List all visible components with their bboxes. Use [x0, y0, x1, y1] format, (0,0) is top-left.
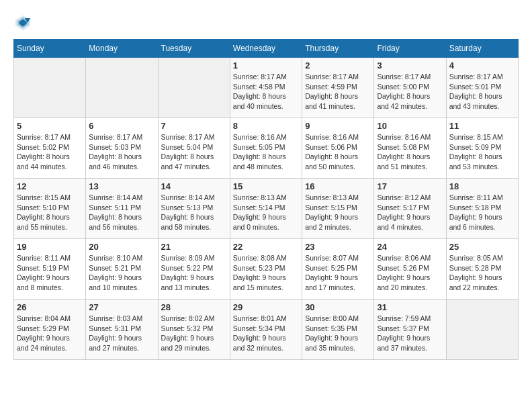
calendar-cell: 9Sunrise: 8:16 AMSunset: 5:06 PMDaylight… [302, 118, 374, 179]
day-number: 5 [17, 121, 83, 131]
day-number: 9 [305, 121, 371, 131]
day-info: Sunrise: 8:12 AMSunset: 5:17 PMDaylight:… [377, 193, 443, 232]
day-info: Sunrise: 8:15 AMSunset: 5:10 PMDaylight:… [17, 193, 83, 232]
week-row-3: 12Sunrise: 8:15 AMSunset: 5:10 PMDayligh… [14, 179, 519, 239]
day-info: Sunrise: 8:17 AMSunset: 5:02 PMDaylight:… [17, 132, 83, 172]
header-row: SundayMondayTuesdayWednesdayThursdayFrid… [14, 40, 519, 58]
day-info: Sunrise: 8:00 AMSunset: 5:35 PMDaylight:… [305, 314, 371, 353]
calendar-cell: 10Sunrise: 8:16 AMSunset: 5:08 PMDayligh… [374, 118, 446, 179]
calendar-cell: 25Sunrise: 8:05 AMSunset: 5:28 PMDayligh… [446, 239, 518, 300]
day-number: 28 [161, 302, 227, 312]
day-number: 25 [449, 242, 515, 252]
day-info: Sunrise: 8:17 AMSunset: 4:59 PMDaylight:… [305, 72, 371, 111]
day-info: Sunrise: 8:14 AMSunset: 5:13 PMDaylight:… [161, 193, 227, 232]
day-number: 8 [233, 121, 299, 131]
calendar-cell: 8Sunrise: 8:16 AMSunset: 5:05 PMDaylight… [230, 118, 302, 179]
day-info: Sunrise: 8:13 AMSunset: 5:14 PMDaylight:… [233, 193, 299, 232]
header-cell-sunday: Sunday [14, 40, 86, 58]
calendar-cell [14, 58, 86, 118]
calendar-cell: 1Sunrise: 8:17 AMSunset: 4:58 PMDaylight… [230, 58, 302, 118]
calendar-table: SundayMondayTuesdayWednesdayThursdayFrid… [13, 39, 519, 360]
day-info: Sunrise: 7:59 AMSunset: 5:37 PMDaylight:… [377, 314, 443, 353]
calendar-body: 1Sunrise: 8:17 AMSunset: 4:58 PMDaylight… [14, 58, 519, 360]
day-info: Sunrise: 8:04 AMSunset: 5:29 PMDaylight:… [17, 314, 83, 353]
header-cell-wednesday: Wednesday [230, 40, 302, 58]
calendar-cell: 20Sunrise: 8:10 AMSunset: 5:21 PMDayligh… [86, 239, 158, 300]
day-number: 17 [377, 181, 443, 191]
day-info: Sunrise: 8:16 AMSunset: 5:08 PMDaylight:… [377, 132, 443, 172]
day-number: 31 [377, 302, 443, 312]
calendar-cell: 3Sunrise: 8:17 AMSunset: 5:00 PMDaylight… [374, 58, 446, 118]
calendar-cell: 11Sunrise: 8:15 AMSunset: 5:09 PMDayligh… [446, 118, 518, 179]
logo-icon [13, 13, 32, 32]
calendar-cell: 31Sunrise: 7:59 AMSunset: 5:37 PMDayligh… [374, 300, 446, 360]
day-info: Sunrise: 8:17 AMSunset: 5:03 PMDaylight:… [89, 132, 154, 172]
day-number: 29 [233, 302, 299, 312]
calendar-cell: 14Sunrise: 8:14 AMSunset: 5:13 PMDayligh… [158, 179, 230, 239]
day-info: Sunrise: 8:01 AMSunset: 5:34 PMDaylight:… [233, 314, 299, 353]
calendar-cell: 19Sunrise: 8:11 AMSunset: 5:19 PMDayligh… [14, 239, 86, 300]
header-cell-saturday: Saturday [446, 40, 518, 58]
day-number: 27 [89, 302, 154, 312]
day-info: Sunrise: 8:08 AMSunset: 5:23 PMDaylight:… [233, 253, 299, 293]
day-number: 1 [233, 60, 299, 71]
day-number: 21 [161, 242, 227, 252]
calendar-cell: 16Sunrise: 8:13 AMSunset: 5:15 PMDayligh… [302, 179, 374, 239]
day-info: Sunrise: 8:07 AMSunset: 5:25 PMDaylight:… [305, 253, 371, 293]
calendar-cell: 28Sunrise: 8:02 AMSunset: 5:32 PMDayligh… [158, 300, 230, 360]
day-number: 19 [17, 242, 83, 252]
day-number: 11 [449, 121, 515, 131]
calendar-cell: 29Sunrise: 8:01 AMSunset: 5:34 PMDayligh… [230, 300, 302, 360]
day-number: 30 [305, 302, 371, 312]
day-number: 22 [233, 242, 299, 252]
day-info: Sunrise: 8:13 AMSunset: 5:15 PMDaylight:… [305, 193, 371, 232]
week-row-4: 19Sunrise: 8:11 AMSunset: 5:19 PMDayligh… [14, 239, 519, 300]
calendar-cell [158, 58, 230, 118]
day-number: 4 [449, 60, 515, 71]
day-number: 24 [377, 242, 443, 252]
day-number: 23 [305, 242, 371, 252]
calendar-cell: 27Sunrise: 8:03 AMSunset: 5:31 PMDayligh… [86, 300, 158, 360]
calendar-cell [446, 300, 518, 360]
header-cell-tuesday: Tuesday [158, 40, 230, 58]
day-info: Sunrise: 8:16 AMSunset: 5:05 PMDaylight:… [233, 132, 299, 172]
day-info: Sunrise: 8:10 AMSunset: 5:21 PMDaylight:… [89, 253, 154, 293]
calendar-cell: 30Sunrise: 8:00 AMSunset: 5:35 PMDayligh… [302, 300, 374, 360]
calendar-cell: 2Sunrise: 8:17 AMSunset: 4:59 PMDaylight… [302, 58, 374, 118]
calendar-cell: 17Sunrise: 8:12 AMSunset: 5:17 PMDayligh… [374, 179, 446, 239]
calendar-cell [86, 58, 158, 118]
calendar-cell: 15Sunrise: 8:13 AMSunset: 5:14 PMDayligh… [230, 179, 302, 239]
page-header [13, 13, 519, 32]
calendar-cell: 6Sunrise: 8:17 AMSunset: 5:03 PMDaylight… [86, 118, 158, 179]
day-info: Sunrise: 8:02 AMSunset: 5:32 PMDaylight:… [161, 314, 227, 353]
day-number: 16 [305, 181, 371, 191]
calendar-cell: 12Sunrise: 8:15 AMSunset: 5:10 PMDayligh… [14, 179, 86, 239]
day-number: 7 [161, 121, 227, 131]
header-cell-monday: Monday [86, 40, 158, 58]
day-info: Sunrise: 8:03 AMSunset: 5:31 PMDaylight:… [89, 314, 154, 353]
day-info: Sunrise: 8:09 AMSunset: 5:22 PMDaylight:… [161, 253, 227, 293]
day-info: Sunrise: 8:14 AMSunset: 5:11 PMDaylight:… [89, 193, 154, 232]
day-number: 13 [89, 181, 154, 191]
calendar-header: SundayMondayTuesdayWednesdayThursdayFrid… [14, 40, 519, 58]
day-number: 2 [305, 60, 371, 71]
day-number: 15 [233, 181, 299, 191]
calendar-cell: 21Sunrise: 8:09 AMSunset: 5:22 PMDayligh… [158, 239, 230, 300]
day-number: 10 [377, 121, 443, 131]
calendar-cell: 24Sunrise: 8:06 AMSunset: 5:26 PMDayligh… [374, 239, 446, 300]
week-row-2: 5Sunrise: 8:17 AMSunset: 5:02 PMDaylight… [14, 118, 519, 179]
calendar-cell: 13Sunrise: 8:14 AMSunset: 5:11 PMDayligh… [86, 179, 158, 239]
day-info: Sunrise: 8:17 AMSunset: 5:01 PMDaylight:… [449, 72, 515, 111]
day-info: Sunrise: 8:15 AMSunset: 5:09 PMDaylight:… [449, 132, 515, 172]
calendar-cell: 7Sunrise: 8:17 AMSunset: 5:04 PMDaylight… [158, 118, 230, 179]
day-info: Sunrise: 8:05 AMSunset: 5:28 PMDaylight:… [449, 253, 515, 293]
header-cell-thursday: Thursday [302, 40, 374, 58]
day-number: 6 [89, 121, 154, 131]
day-info: Sunrise: 8:11 AMSunset: 5:18 PMDaylight:… [449, 193, 515, 232]
header-cell-friday: Friday [374, 40, 446, 58]
day-info: Sunrise: 8:16 AMSunset: 5:06 PMDaylight:… [305, 132, 371, 172]
calendar-cell: 23Sunrise: 8:07 AMSunset: 5:25 PMDayligh… [302, 239, 374, 300]
day-number: 26 [17, 302, 83, 312]
week-row-1: 1Sunrise: 8:17 AMSunset: 4:58 PMDaylight… [14, 58, 519, 118]
day-info: Sunrise: 8:06 AMSunset: 5:26 PMDaylight:… [377, 253, 443, 293]
